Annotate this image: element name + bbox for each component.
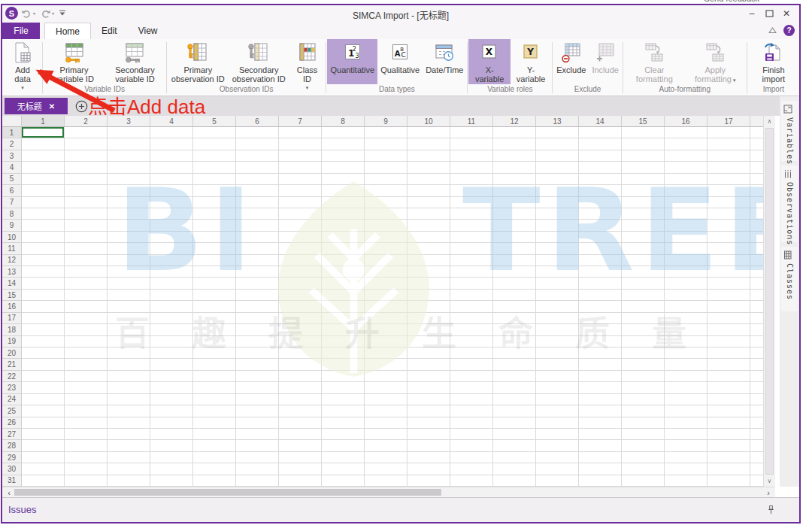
grid-cell[interactable] [322, 278, 365, 289]
grid-cell[interactable] [493, 394, 536, 405]
grid-cell[interactable] [22, 371, 65, 382]
grid-cell[interactable] [408, 290, 450, 301]
grid-cell[interactable] [665, 220, 707, 231]
grid-cell[interactable] [22, 429, 65, 440]
grid-cell[interactable] [279, 429, 322, 440]
grid-corner[interactable] [2, 116, 22, 127]
grid-cell[interactable] [408, 150, 450, 162]
grid-cell[interactable] [279, 382, 322, 393]
grid-cell[interactable] [707, 336, 750, 347]
grid-cell[interactable] [450, 255, 493, 266]
grid-cell[interactable] [450, 347, 493, 359]
grid-cell[interactable] [150, 475, 193, 487]
grid-cell[interactable] [108, 463, 150, 475]
grid-cell[interactable] [365, 475, 408, 487]
grid-cell[interactable] [150, 347, 193, 359]
grid-cell[interactable] [493, 382, 536, 393]
ribbon-tab-edit[interactable]: Edit [91, 23, 128, 39]
grid-cell[interactable] [279, 243, 322, 254]
grid-cell[interactable] [322, 429, 365, 440]
grid-cell[interactable] [193, 394, 236, 405]
grid-cell[interactable] [622, 150, 665, 162]
row-header-26[interactable]: 26 [2, 417, 22, 429]
grid-cell[interactable] [22, 150, 65, 162]
grid-cell[interactable] [236, 313, 279, 324]
grid-cell[interactable] [707, 371, 750, 382]
grid-cell[interactable] [150, 336, 193, 347]
grid-cell[interactable] [707, 463, 750, 475]
grid-cell[interactable] [365, 336, 408, 347]
grid-cell[interactable] [622, 475, 665, 487]
grid-cell[interactable] [322, 162, 365, 173]
grid-cell[interactable] [622, 174, 665, 185]
grid-cell[interactable] [108, 394, 150, 405]
grid-cell[interactable] [193, 162, 236, 173]
grid-cell[interactable] [108, 313, 150, 324]
column-header-15[interactable]: 15 [622, 116, 665, 127]
grid-cell[interactable] [150, 301, 193, 312]
grid-cell[interactable] [408, 127, 450, 138]
grid-cell[interactable] [622, 336, 665, 347]
grid-cell[interactable] [408, 278, 450, 289]
grid-cell[interactable] [536, 138, 579, 150]
grid-cell[interactable] [579, 150, 622, 162]
grid-cell[interactable] [193, 452, 236, 463]
grid-cell[interactable] [236, 371, 279, 382]
grid-cell[interactable] [65, 197, 108, 208]
grid-cell[interactable] [707, 440, 750, 451]
grid-cell[interactable] [579, 394, 622, 405]
grid-cell[interactable] [108, 347, 150, 359]
row-header-19[interactable]: 19 [2, 336, 22, 347]
grid-cell[interactable] [65, 301, 108, 312]
grid-cell[interactable] [750, 313, 763, 324]
grid-cell[interactable] [579, 174, 622, 185]
grid-cell[interactable] [365, 197, 408, 208]
grid-cell[interactable] [536, 220, 579, 231]
pin-icon[interactable] [767, 505, 775, 518]
grid-cell[interactable] [450, 185, 493, 196]
grid-cell[interactable] [365, 324, 408, 335]
grid-cell[interactable] [536, 278, 579, 289]
row-header-20[interactable]: 20 [2, 347, 22, 359]
maximize-button[interactable] [761, 7, 777, 20]
grid-cell[interactable] [108, 452, 150, 463]
grid-cell[interactable] [322, 301, 365, 312]
grid-cell[interactable] [365, 313, 408, 324]
issues-panel[interactable]: Issues [2, 497, 799, 522]
grid-cell[interactable] [365, 394, 408, 405]
grid-cell[interactable] [150, 162, 193, 173]
grid-cell[interactable] [193, 382, 236, 393]
grid-cell[interactable] [150, 417, 193, 429]
grid-cell[interactable] [579, 266, 622, 278]
grid-cell[interactable] [622, 162, 665, 173]
grid-cell[interactable] [493, 371, 536, 382]
grid-cell[interactable] [622, 324, 665, 335]
grid-cell[interactable] [750, 336, 763, 347]
grid-cell[interactable] [622, 278, 665, 289]
grid-cell[interactable] [579, 313, 622, 324]
grid-cell[interactable] [322, 347, 365, 359]
row-header-15[interactable]: 15 [2, 290, 22, 301]
selected-cell[interactable] [22, 127, 65, 138]
grid-cell[interactable] [750, 278, 763, 289]
grid-cell[interactable] [65, 127, 108, 138]
grid-cell[interactable] [579, 463, 622, 475]
row-header-14[interactable]: 14 [2, 278, 22, 289]
grid-cell[interactable] [665, 429, 707, 440]
grid-cell[interactable] [622, 243, 665, 254]
ribbon-tab-home[interactable]: Home [44, 23, 91, 40]
grid-cell[interactable] [665, 475, 707, 487]
grid-cell[interactable] [750, 394, 763, 405]
grid-cell[interactable] [279, 174, 322, 185]
grid-cell[interactable] [579, 324, 622, 335]
column-header-12[interactable]: 12 [493, 116, 536, 127]
ribbon-button-y-variable[interactable]: YY-variable [511, 39, 551, 84]
grid-cell[interactable] [193, 313, 236, 324]
grid-cell[interactable] [622, 394, 665, 405]
grid-cell[interactable] [236, 405, 279, 417]
grid-cell[interactable] [750, 243, 763, 254]
grid-cell[interactable] [622, 382, 665, 393]
grid-cell[interactable] [665, 232, 707, 243]
grid-cell[interactable] [150, 382, 193, 393]
grid-cell[interactable] [365, 452, 408, 463]
